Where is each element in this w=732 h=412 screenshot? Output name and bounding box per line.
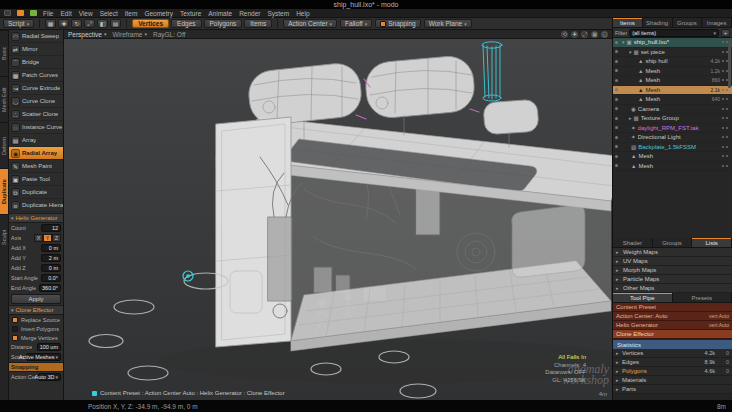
panel-tab[interactable]: Lists: [692, 238, 732, 247]
tree-item[interactable]: ▨ Backplate_1.5kFSSM: [613, 143, 732, 153]
disclosure-triangle-icon[interactable]: ▸: [616, 258, 620, 264]
tool-button[interactable]: ◡ Curve Clone: [9, 95, 63, 108]
list-item[interactable]: ▸ Morph Maps: [613, 266, 732, 275]
item-flags-icon[interactable]: [722, 135, 729, 139]
tree-item[interactable]: ▸ ▦ Texture Group: [613, 114, 732, 124]
helix-generator-header[interactable]: ▾ Helix Generator: [9, 213, 63, 223]
statistics-row[interactable]: ▸ Vertices 4.2k 0: [613, 349, 732, 358]
list-view-icon[interactable]: ▤: [110, 19, 121, 28]
panel-tab[interactable]: Items: [613, 18, 643, 27]
tool-button[interactable]: ◉ Radial Array: [9, 147, 63, 160]
checkbox-row[interactable]: Replace Source: [9, 315, 63, 324]
tool-button[interactable]: ⧉ Duplicate: [9, 186, 63, 199]
panel-tab[interactable]: Groups: [653, 238, 693, 247]
tree-item[interactable]: ▲ Mesh 2.1k: [613, 86, 732, 96]
visibility-dot-icon[interactable]: [615, 79, 618, 82]
item-flags-icon[interactable]: [722, 116, 729, 120]
panel-tab[interactable]: Images: [702, 18, 732, 27]
menu-item[interactable]: System: [267, 9, 289, 18]
value-input[interactable]: 360.0°: [39, 284, 61, 292]
checkbox[interactable]: [12, 326, 18, 332]
menu-item[interactable]: Select: [100, 9, 118, 18]
item-flags-icon[interactable]: [722, 164, 729, 168]
visibility-dot-icon[interactable]: [615, 126, 618, 129]
panel-tab[interactable]: Presets: [673, 293, 732, 302]
disclosure-triangle-icon[interactable]: ▸: [616, 377, 620, 383]
disclosure-triangle-icon[interactable]: ▾: [620, 39, 625, 45]
menu-item[interactable]: Animate: [208, 9, 232, 18]
selection-mode-button[interactable]: Polygons: [204, 19, 243, 28]
disclosure-triangle-icon[interactable]: ▾: [620, 49, 632, 55]
tool-button[interactable]: ⧈ Duplicate Hierarchy: [9, 199, 63, 212]
value-input[interactable]: 100 um: [37, 343, 61, 351]
tool-pipe-row[interactable]: Clone Effector: [613, 330, 732, 339]
disclosure-triangle-icon[interactable]: ▸: [616, 285, 620, 291]
tree-item[interactable]: ▲ Mesh: [613, 152, 732, 162]
visibility-dot-icon[interactable]: [615, 155, 618, 158]
menu-item[interactable]: View: [79, 9, 93, 18]
view-type-dropdown[interactable]: Perspective ▾: [68, 31, 106, 38]
visibility-dot-icon[interactable]: [615, 41, 618, 44]
tool-button[interactable]: ↝ Curve Extrude: [9, 82, 63, 95]
item-flags-icon[interactable]: [722, 154, 729, 158]
selection-mode-button[interactable]: Edges: [171, 19, 201, 28]
tool-button[interactable]: ⌒ Bridge: [9, 56, 63, 69]
layout-grid-icon[interactable]: ▦: [45, 19, 56, 28]
statistics-row[interactable]: ▸ Edges 8.9k 0: [613, 358, 732, 367]
tree-item[interactable]: ▲ ship hull 4.2k: [613, 57, 732, 67]
clone-effector-header[interactable]: ▾ Clone Effector: [9, 305, 63, 315]
menu-item[interactable]: File: [43, 9, 53, 18]
statistics-row[interactable]: ▸ Parts: [613, 385, 732, 394]
tool-button[interactable]: ◌ Instance Curve: [9, 121, 63, 134]
tool-button[interactable]: ✎ Mesh Paint: [9, 160, 63, 173]
tree-item[interactable]: ✦ Directional Light: [613, 133, 732, 143]
item-flags-icon[interactable]: [722, 145, 729, 149]
menu-item[interactable]: Edit: [60, 9, 71, 18]
item-flags-icon[interactable]: [722, 107, 729, 111]
pan-icon[interactable]: ✚: [571, 31, 578, 38]
item-flags-icon[interactable]: [722, 126, 729, 130]
viewport-3d-canvas[interactable]: [64, 39, 612, 400]
grid-toggle-icon[interactable]: ▦: [591, 31, 598, 38]
visibility-dot-icon[interactable]: [615, 136, 618, 139]
filter-dropdown[interactable]: (all items) ▾: [629, 29, 719, 37]
raygl-toggle[interactable]: RayGL: Off: [153, 31, 185, 38]
selection-mode-button[interactable]: Items: [244, 19, 272, 28]
menu-item[interactable]: Render: [239, 9, 260, 18]
list-item[interactable]: ▸ UV Maps: [613, 257, 732, 266]
list-item[interactable]: ▸ Weight Maps: [613, 248, 732, 257]
tool-button[interactable]: ▤ Array: [9, 134, 63, 147]
checkbox-row[interactable]: Merge Vertices: [9, 333, 63, 342]
disclosure-triangle-icon[interactable]: ▸: [616, 276, 620, 282]
count-input[interactable]: 12: [41, 224, 61, 232]
disclosure-triangle-icon[interactable]: ▸: [616, 359, 620, 365]
disclosure-triangle-icon[interactable]: ▸: [616, 386, 620, 392]
rotate-tool-icon[interactable]: ↻: [71, 19, 82, 28]
apply-button[interactable]: Apply: [11, 294, 61, 304]
value-input[interactable]: 0 m: [41, 264, 61, 272]
tree-item[interactable]: ▲ Mesh 1.2k: [613, 67, 732, 77]
visibility-dot-icon[interactable]: [615, 164, 618, 167]
visibility-dot-icon[interactable]: [615, 117, 618, 120]
app-menu-icon[interactable]: [4, 10, 11, 16]
statistics-row[interactable]: ▸ Polygons 4.6k 0: [613, 367, 732, 376]
tool-button[interactable]: ∴ Scatter Clone: [9, 108, 63, 121]
shade-mode-dropdown[interactable]: Wireframe ▾: [112, 31, 147, 38]
action-center-dropdown[interactable]: Action Center ▾: [283, 19, 337, 28]
selection-mode-button[interactable]: Vertices: [132, 19, 169, 28]
checkbox-row[interactable]: Invert Polygons: [9, 324, 63, 333]
toolbox-tab[interactable]: Sculpt: [0, 214, 8, 260]
visibility-dot-icon[interactable]: [615, 145, 618, 148]
falloff-dropdown[interactable]: Falloff ▾: [340, 19, 372, 28]
tree-item[interactable]: ▾ ▦ set piece: [613, 48, 732, 58]
tree-item[interactable]: ▲ Mesh 640: [613, 95, 732, 105]
item-flags-icon[interactable]: [722, 97, 729, 101]
action-center-dropdown-small[interactable]: Auto 3D ▾: [38, 373, 61, 381]
toolbox-tab[interactable]: Mesh Edit: [0, 76, 8, 122]
mirror-icon[interactable]: ◧: [97, 19, 108, 28]
menu-item[interactable]: Help: [296, 9, 309, 18]
visibility-dot-icon[interactable]: [615, 50, 618, 53]
add-item-icon[interactable]: ✚: [58, 19, 69, 28]
value-input[interactable]: 0.0°: [41, 274, 61, 282]
script-button[interactable]: Script ▾: [3, 19, 34, 28]
